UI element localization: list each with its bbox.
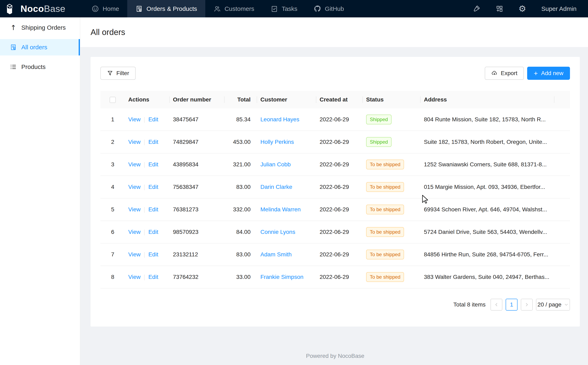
table-row: 5 ViewEdit 76381273 332.00 Melinda Warre…	[100, 198, 570, 221]
edit-link[interactable]: Edit	[148, 161, 158, 168]
edit-link[interactable]: Edit	[148, 229, 158, 235]
address-cell: 015 Margie Mission, Apt. 093, 34936, Ebe…	[421, 184, 554, 190]
filter-button[interactable]: Filter	[100, 67, 136, 80]
status-cell: Shipped	[363, 115, 421, 124]
created-at-cell: 2022-06-29	[316, 206, 363, 213]
nocobase-app: NocoBase Home Orders & Produ	[0, 0, 588, 365]
gear-icon[interactable]: ⚙	[519, 5, 526, 13]
tasks-icon	[271, 5, 278, 13]
footer-text: Powered by NocoBase	[91, 353, 580, 359]
table-header-row: Actions Order number Total Customer Crea…	[100, 91, 570, 108]
edit-link[interactable]: Edit	[148, 206, 158, 213]
actions-cell: ViewEdit	[125, 184, 170, 190]
page-header: All orders	[80, 17, 588, 47]
created-at-cell: 2022-06-29	[316, 184, 363, 190]
table-row: 2 ViewEdit 74829847 453.00 Holly Perkins…	[100, 131, 570, 154]
sidebar-item-shipping-orders[interactable]: ↑ Shipping Orders	[0, 20, 80, 36]
user-menu[interactable]: Super Admin	[541, 5, 577, 12]
view-link[interactable]: View	[128, 139, 141, 145]
view-link[interactable]: View	[128, 184, 141, 190]
customer-link[interactable]: Darin Clarke	[260, 184, 292, 190]
total-cell: 332.00	[225, 206, 257, 213]
export-button[interactable]: Export	[485, 67, 524, 80]
header-order-number: Order number	[170, 96, 225, 103]
plugin-blocks-icon[interactable]	[496, 5, 503, 13]
total-cell: 85.34	[225, 116, 257, 123]
status-badge: Shipped	[366, 137, 392, 147]
nav-item-github[interactable]: GitHub	[306, 0, 352, 17]
main-menu: Home Orders & Products Customers	[83, 0, 352, 17]
edit-link[interactable]: Edit	[148, 184, 158, 190]
row-index: 2	[100, 139, 125, 145]
edit-link[interactable]: Edit	[148, 274, 158, 280]
status-cell: Shipped	[363, 137, 421, 147]
highlighter-icon[interactable]	[473, 5, 480, 13]
status-cell: To be shipped	[363, 182, 421, 192]
page-1-button[interactable]: 1	[506, 299, 517, 311]
address-cell: Suite 182, 15783, North Robert, Oregon, …	[421, 139, 554, 145]
customer-link[interactable]: Frankie Simpson	[260, 274, 303, 280]
edit-link[interactable]: Edit	[148, 116, 158, 123]
brand-name: NocoBase	[21, 3, 65, 14]
customer-cell: Melinda Warren	[257, 206, 316, 213]
customer-link[interactable]: Melinda Warren	[260, 206, 301, 213]
customer-link[interactable]: Leonard Hayes	[260, 116, 299, 123]
nav-item-home[interactable]: Home	[83, 0, 127, 17]
pagination: Total 8 items 1 20 / page	[100, 299, 570, 311]
action-divider	[144, 140, 145, 145]
next-page-button[interactable]	[521, 299, 533, 311]
order-number-cell: 75638347	[170, 184, 225, 190]
orders-icon	[135, 5, 143, 13]
created-at-cell: 2022-06-29	[316, 161, 363, 168]
view-link[interactable]: View	[128, 229, 141, 235]
nav-item-orders-products[interactable]: Orders & Products	[127, 0, 205, 17]
view-link[interactable]: View	[128, 251, 141, 258]
customer-link[interactable]: Adam Smith	[260, 251, 292, 258]
status-badge: To be shipped	[366, 227, 404, 237]
address-cell: 804 Runte Mission, Suite 182, 15783, Nor…	[421, 116, 554, 123]
customer-link[interactable]: Julian Cobb	[260, 161, 291, 168]
action-divider	[144, 230, 145, 235]
total-cell: 33.00	[225, 274, 257, 280]
chevron-left-icon	[494, 302, 499, 307]
nav-item-tasks[interactable]: Tasks	[262, 0, 306, 17]
row-index: 3	[100, 161, 125, 168]
table-body: 1 ViewEdit 38475647 85.34 Leonard Hayes …	[100, 108, 570, 288]
prev-page-button[interactable]	[490, 299, 502, 311]
top-navigation: NocoBase Home Orders & Produ	[0, 0, 588, 17]
address-cell: 69934 Schoen River, Apt. 646, 49704, Wal…	[421, 206, 554, 213]
view-link[interactable]: View	[128, 206, 141, 213]
customer-link[interactable]: Connie Lyons	[260, 229, 295, 235]
add-new-button[interactable]: + Add new	[527, 67, 570, 80]
view-link[interactable]: View	[128, 274, 141, 280]
header-status: Status	[363, 96, 421, 103]
customer-cell: Darin Clarke	[257, 184, 316, 190]
sidebar-item-all-orders[interactable]: All orders	[0, 39, 80, 56]
status-badge: To be shipped	[366, 205, 404, 214]
total-cell: 83.00	[225, 184, 257, 190]
actions-cell: ViewEdit	[125, 206, 170, 213]
content: Filter Export +	[80, 47, 588, 359]
layout: ↑ Shipping Orders All orders Products	[0, 17, 588, 365]
action-divider	[144, 274, 145, 280]
customer-link[interactable]: Holly Perkins	[260, 139, 294, 145]
nav-item-customers[interactable]: Customers	[205, 0, 262, 17]
view-link[interactable]: View	[128, 116, 141, 123]
brand-logo[interactable]: NocoBase	[6, 0, 73, 17]
sidebar-item-label: All orders	[21, 44, 47, 51]
row-index: 6	[100, 229, 125, 235]
status-cell: To be shipped	[363, 272, 421, 282]
nav-actions: ⚙ Super Admin	[473, 0, 588, 17]
sidebar-item-products[interactable]: Products	[0, 59, 80, 75]
edit-link[interactable]: Edit	[148, 139, 158, 145]
view-link[interactable]: View	[128, 161, 141, 168]
nav-item-label: GitHub	[325, 5, 344, 12]
action-divider	[144, 162, 145, 168]
edit-link[interactable]: Edit	[148, 251, 158, 258]
created-at-cell: 2022-06-29	[316, 229, 363, 235]
row-index: 1	[100, 116, 125, 123]
page-size-select[interactable]: 20 / page	[536, 299, 570, 311]
select-all-checkbox[interactable]	[110, 97, 116, 103]
header-created-at: Created at	[316, 96, 363, 103]
pagination-total: Total 8 items	[453, 301, 486, 308]
